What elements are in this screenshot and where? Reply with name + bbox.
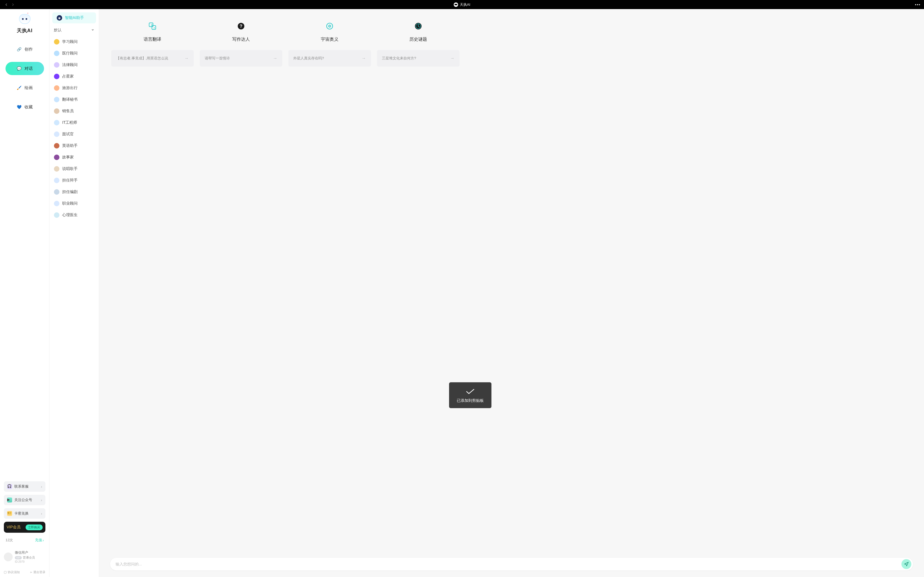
assistant-item[interactable]: 占星家 bbox=[50, 71, 99, 82]
arrow-right-icon: → bbox=[450, 56, 455, 61]
assistant-avatar-icon bbox=[54, 143, 60, 148]
arrow-right-icon: → bbox=[362, 56, 366, 61]
assistant-avatar-icon bbox=[54, 166, 60, 172]
pill-label: 卡密兑换 bbox=[14, 511, 29, 516]
logout-label: 退出登录 bbox=[33, 570, 45, 574]
vip-buy-button[interactable]: 立即购买 bbox=[26, 524, 43, 530]
assistant-item[interactable]: 英语助手 bbox=[50, 140, 99, 152]
assistant-item[interactable]: IT工程师 bbox=[50, 117, 99, 129]
robot-icon: ◉ bbox=[57, 15, 62, 21]
pill-label: 联系客服 bbox=[14, 484, 29, 489]
user-block[interactable]: 微信用户 VIP 普通会员 ID:2979 bbox=[4, 550, 45, 563]
assistant-group-toggle[interactable]: 默认 bbox=[50, 24, 99, 36]
assistant-item[interactable]: 翻译秘书 bbox=[50, 94, 99, 105]
assistant-avatar-icon bbox=[54, 108, 60, 114]
app-icon bbox=[454, 2, 458, 7]
assistant-item[interactable]: 心理医生 bbox=[50, 209, 99, 221]
chevron-right-icon: › bbox=[41, 485, 42, 489]
card-prompt-text: 外星人真实存在吗? bbox=[293, 56, 324, 61]
card-prompt-button[interactable]: 三星堆文化来自何方?→ bbox=[377, 50, 460, 66]
nav-chat[interactable]: 💬 对话 bbox=[5, 62, 44, 75]
assistant-label: 故事家 bbox=[62, 155, 74, 160]
svg-rect-0 bbox=[4, 571, 6, 574]
card-title: 历史谜题 bbox=[409, 37, 427, 42]
assistant-item[interactable]: 法律顾问 bbox=[50, 59, 99, 71]
chat-input-bar bbox=[110, 558, 913, 571]
terms-label: 协议须知 bbox=[8, 570, 20, 574]
nav-label: 创作 bbox=[24, 47, 33, 52]
chevron-down-icon bbox=[91, 28, 94, 32]
create-icon: 🔗 bbox=[17, 47, 22, 52]
redeem-code-button[interactable]: 🎫 卡密兑换 › bbox=[4, 508, 45, 519]
assistant-item[interactable]: 医疗顾问 bbox=[50, 48, 99, 59]
assistant-label: 法律顾问 bbox=[62, 63, 78, 68]
chevron-right-icon: › bbox=[41, 498, 42, 502]
arrow-right-icon: → bbox=[273, 56, 277, 61]
assistant-item[interactable]: 故事家 bbox=[50, 152, 99, 163]
card-prompt-button[interactable]: 请帮写一首情诗→ bbox=[200, 50, 282, 66]
card-icon: 文A bbox=[147, 21, 157, 31]
follow-wechat-button[interactable]: ▶ 关注公众号 › bbox=[4, 495, 45, 505]
assistant-label: 说唱歌手 bbox=[62, 166, 78, 171]
assistant-avatar-icon bbox=[54, 212, 60, 218]
primary-nav: 🔗 创作 💬 对话 🖌️ 绘画 💙 收藏 bbox=[4, 43, 45, 114]
assistant-item[interactable]: 担任辩手 bbox=[50, 175, 99, 186]
assistant-label: 销售员 bbox=[62, 109, 74, 114]
assistant-label: 占星家 bbox=[62, 74, 74, 79]
chat-input[interactable] bbox=[116, 562, 901, 566]
assistant-label: 医疗顾问 bbox=[62, 51, 78, 56]
assistant-item[interactable]: 销售员 bbox=[50, 105, 99, 117]
history-forward-button[interactable] bbox=[10, 2, 16, 8]
logout-link[interactable]: 退出登录 bbox=[29, 570, 45, 574]
user-name: 微信用户 bbox=[15, 550, 35, 555]
history-back-button[interactable] bbox=[3, 2, 10, 8]
heart-icon: 💙 bbox=[17, 105, 22, 110]
prompt-card-grid: 文A语言翻译【有志者,事竟成】,用英语怎么说→?写作达人请帮写一首情诗→宇宙奥义… bbox=[111, 21, 912, 66]
assistant-avatar-icon bbox=[54, 120, 60, 126]
wechat-icon: ▶ bbox=[7, 498, 12, 503]
chat-icon: 💬 bbox=[17, 66, 22, 71]
card-icon: ? bbox=[236, 21, 246, 31]
contact-support-button[interactable]: 🎧 联系客服 › bbox=[4, 481, 45, 492]
nav-favorites[interactable]: 💙 收藏 bbox=[5, 100, 44, 114]
card-title: 写作达人 bbox=[232, 37, 250, 42]
card-prompt-text: 三星堆文化来自何方? bbox=[382, 56, 416, 61]
assistant-item[interactable]: 说唱歌手 bbox=[50, 163, 99, 175]
prompt-card: ?写作达人请帮写一首情诗→ bbox=[200, 21, 282, 66]
assistant-item[interactable]: 担任编剧 bbox=[50, 186, 99, 198]
assistant-avatar-icon bbox=[54, 97, 60, 102]
nav-label: 收藏 bbox=[24, 105, 33, 110]
assistant-avatar-icon bbox=[54, 51, 60, 56]
ticket-icon: 🎫 bbox=[7, 511, 12, 516]
recharge-link[interactable]: 充值 › bbox=[35, 538, 44, 543]
assistant-header[interactable]: ◉ 智能AI助手 bbox=[52, 12, 96, 23]
card-prompt-button[interactable]: 【有志者,事竟成】,用英语怎么说→ bbox=[111, 50, 194, 66]
assistant-item[interactable]: 职业顾问 bbox=[50, 198, 99, 209]
svg-text:?: ? bbox=[240, 24, 242, 29]
vip-badge: VIP bbox=[15, 556, 22, 559]
logo-block: 天执AI bbox=[4, 14, 45, 34]
svg-point-9 bbox=[330, 26, 330, 27]
group-label: 默认 bbox=[54, 28, 61, 33]
assistant-label: 担任编剧 bbox=[62, 190, 78, 195]
assistant-item[interactable]: 面试官 bbox=[50, 129, 99, 140]
terms-link[interactable]: 协议须知 bbox=[4, 570, 20, 574]
pill-label: 关注公众号 bbox=[14, 498, 32, 503]
more-menu-button[interactable]: ••• bbox=[915, 2, 921, 7]
send-button[interactable] bbox=[901, 559, 911, 569]
assistant-label: 担任辩手 bbox=[62, 178, 78, 183]
card-prompt-text: 请帮写一首情诗 bbox=[205, 56, 230, 61]
card-prompt-button[interactable]: 外星人真实存在吗?→ bbox=[288, 50, 371, 66]
vip-bar: VIP会员 立即购买 bbox=[4, 522, 45, 533]
nav-paint[interactable]: 🖌️ 绘画 bbox=[5, 81, 44, 94]
assistant-avatar-icon bbox=[54, 178, 60, 183]
assistant-label: IT工程师 bbox=[62, 120, 77, 125]
assistant-item[interactable]: 旅游出行 bbox=[50, 82, 99, 94]
nav-create[interactable]: 🔗 创作 bbox=[5, 43, 44, 56]
svg-text:A: A bbox=[153, 27, 155, 29]
logout-icon bbox=[29, 571, 32, 574]
app-logo-icon bbox=[19, 14, 31, 24]
assistant-label: 学习顾问 bbox=[62, 39, 78, 44]
assistant-label: 职业顾问 bbox=[62, 201, 78, 206]
assistant-item[interactable]: 学习顾问 bbox=[50, 36, 99, 48]
